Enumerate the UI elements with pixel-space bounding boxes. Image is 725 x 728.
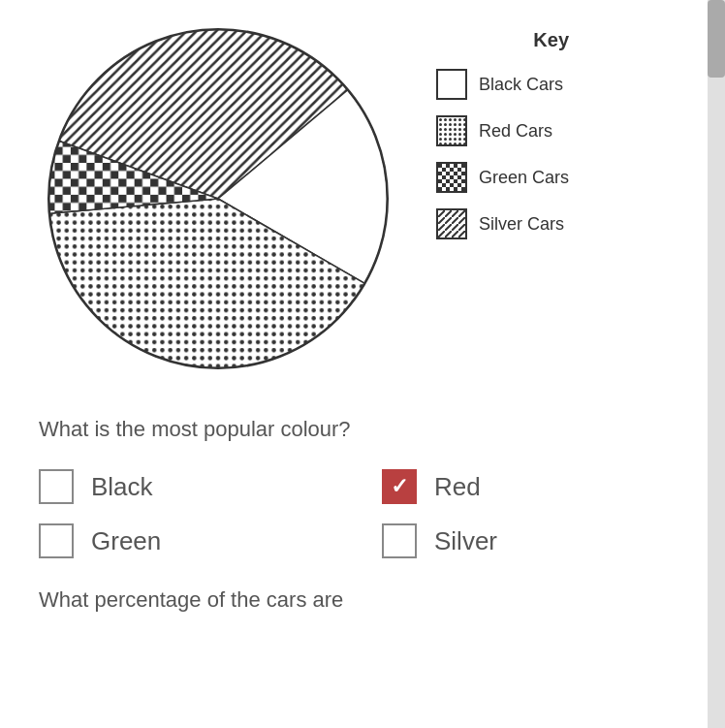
option-red[interactable]: Red	[382, 469, 686, 504]
option-green[interactable]: Green	[39, 523, 343, 558]
red-cars-label: Red Cars	[479, 121, 552, 142]
chart-section: Key Black Cars	[39, 19, 686, 378]
checkbox-red[interactable]	[382, 469, 417, 504]
red-swatch	[436, 115, 467, 146]
legend-item-green: Green Cars	[436, 162, 569, 193]
checkbox-silver[interactable]	[382, 523, 417, 558]
question-2-text: What percentage of the cars are	[39, 587, 686, 613]
legend-item-silver: Silver Cars	[436, 208, 569, 239]
option-red-label: Red	[434, 472, 481, 502]
pie-chart	[39, 19, 397, 378]
green-swatch	[436, 162, 467, 193]
legend-title: Key	[436, 29, 569, 51]
option-silver[interactable]: Silver	[382, 523, 686, 558]
main-container: Key Black Cars	[0, 0, 725, 632]
svg-rect-13	[438, 117, 465, 144]
svg-rect-20	[438, 210, 465, 237]
green-cars-label: Green Cars	[479, 168, 569, 188]
black-swatch	[436, 69, 467, 100]
options-grid: Black Red Green Silver	[39, 469, 686, 558]
legend-container: Key Black Cars	[436, 29, 569, 255]
legend-item-black: Black Cars	[436, 69, 569, 100]
checkbox-black[interactable]	[39, 469, 74, 504]
option-black[interactable]: Black	[39, 469, 343, 504]
legend-item-red: Red Cars	[436, 115, 569, 146]
checkbox-green[interactable]	[39, 523, 74, 558]
svg-rect-17	[438, 164, 465, 191]
black-cars-label: Black Cars	[479, 75, 563, 95]
scrollbar[interactable]	[708, 0, 725, 728]
scrollbar-thumb[interactable]	[708, 0, 725, 78]
silver-cars-label: Silver Cars	[479, 214, 564, 235]
question-1-text: What is the most popular colour?	[39, 417, 686, 442]
option-green-label: Green	[91, 526, 161, 556]
option-silver-label: Silver	[434, 526, 497, 556]
option-black-label: Black	[91, 472, 153, 502]
silver-swatch	[436, 208, 467, 239]
question-section: What is the most popular colour? Black R…	[39, 417, 686, 613]
